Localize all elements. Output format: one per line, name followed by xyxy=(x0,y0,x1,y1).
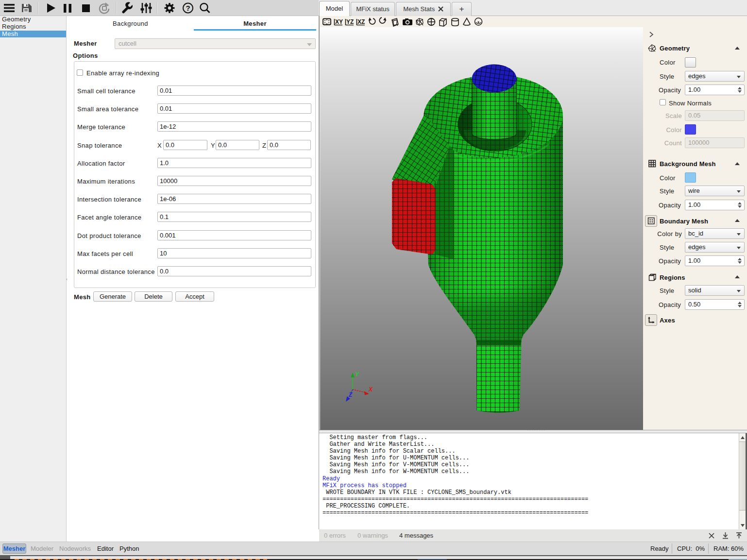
svg-text:?: ? xyxy=(186,4,190,12)
svg-text:XY: XY xyxy=(335,18,343,25)
svg-text:Y: Y xyxy=(355,371,359,378)
svg-text:X: X xyxy=(368,386,373,393)
svg-text:YZ: YZ xyxy=(346,18,354,25)
svg-text:Z: Z xyxy=(348,391,353,398)
svg-text:XZ: XZ xyxy=(357,18,365,25)
